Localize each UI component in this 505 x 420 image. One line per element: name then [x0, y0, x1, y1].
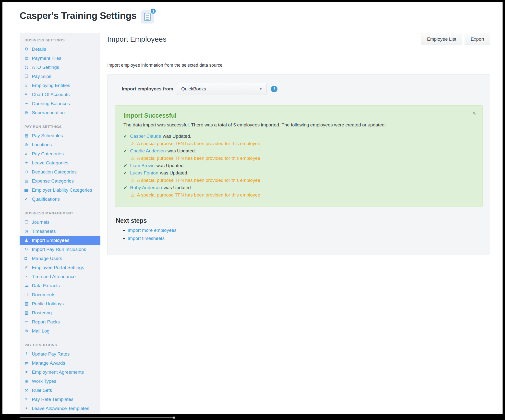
sidebar-item-label: Public Holidays: [32, 301, 64, 307]
import-result-row: ✔Ruby Andersonwas Updated.: [123, 184, 474, 191]
sidebar-item-employer-liability-categories[interactable]: ▅Employer Liability Categories: [20, 185, 100, 195]
import-source-select[interactable]: QuickBooks ▼: [177, 83, 266, 95]
sidebar-item-superannuation[interactable]: ⊕Superannuation: [20, 108, 100, 117]
check-icon: ✔: [24, 197, 32, 202]
sidebar-item-label: Employee Portal Settings: [32, 265, 84, 270]
employee-link[interactable]: Ruby Anderson: [130, 184, 162, 191]
sidebar-item-label: Manage Awards: [32, 360, 65, 366]
import-source-label: Import employees from: [122, 86, 173, 92]
main-header-row: Import Employees Employee List Export: [107, 33, 490, 46]
sidebar-item-ato-settings[interactable]: ⚖ATO Settings: [20, 63, 100, 72]
sidebar-item-expense-categories[interactable]: ▥Expense Categories: [20, 176, 100, 185]
swap-icon: ⇄: [24, 360, 32, 366]
page-header: Casper's Training Settings 1: [2, 2, 503, 24]
sidebar-item-label: Import Employees: [32, 238, 69, 243]
sidebar-item-mail-log[interactable]: ✉Mail Log: [20, 326, 100, 335]
sidebar-item-label: Mail Log: [32, 328, 49, 334]
clock-icon: ◷: [24, 229, 32, 234]
sidebar-item-public-holidays[interactable]: ▦Public Holidays: [20, 299, 100, 308]
intro-text: Import employee information from the sel…: [107, 63, 490, 68]
sidebar-item-chart-of-accounts[interactable]: ≡Chart Of Accounts: [20, 90, 100, 99]
import-result-row: ✔Liam Brownwas Updated.: [123, 162, 474, 169]
warning-text: A special purpose TFN has been provided …: [137, 177, 260, 184]
sidebar-item-payment-files[interactable]: ▤Payment Files: [20, 54, 100, 63]
sidebar-item-journals[interactable]: ❐Journals: [20, 218, 100, 227]
sidebar-item-label: Work Types: [32, 379, 56, 384]
sidebar-item-update-pay-rates[interactable]: ↥Update Pay Rates: [20, 349, 100, 358]
sidebar-item-leave-allowance-templates[interactable]: ✈Leave Allowance Templates: [20, 404, 100, 413]
sidebar-item-employee-portal-settings[interactable]: ✐Employee Portal Settings: [20, 263, 100, 272]
export-button[interactable]: Export: [465, 33, 490, 45]
sidebar-item-documents[interactable]: ❒Documents: [20, 290, 100, 299]
clipped-bottom-fragment: [20, 417, 174, 418]
sidebar-item-opening-balances[interactable]: ❧Opening Balances: [20, 99, 100, 108]
sidebar-item-work-types[interactable]: ▣Work Types: [20, 377, 100, 386]
sidebar-item-label: Expense Categories: [32, 178, 74, 184]
employee-link[interactable]: Lucas Fenton: [130, 169, 158, 176]
sidebar-section-header: BUSINESS SETTINGS: [20, 38, 100, 42]
sidebar-item-import-employees[interactable]: ♟Import Employees: [20, 236, 100, 245]
sidebar-item-label: Data Extracts: [32, 283, 60, 288]
globe-icon: ⊕: [24, 142, 32, 147]
employee-link[interactable]: Charlie Anderson: [130, 147, 166, 154]
save-icon: ▤: [24, 56, 32, 61]
next-steps-heading: Next steps: [116, 217, 483, 224]
watch-icon: ◔: [24, 274, 32, 279]
document-icon: [144, 13, 151, 21]
sidebar-item-pay-slips[interactable]: ❑Pay Slips: [20, 72, 100, 81]
sidebar-item-pay-rate-templates[interactable]: ¤Pay Rate Templates: [20, 395, 100, 404]
gear-icon: ⚙: [24, 47, 32, 52]
info-icon[interactable]: i: [271, 86, 277, 92]
sidebar-item-manage-users[interactable]: ◘Manage Users: [20, 254, 100, 263]
import-results-list: ✔Casper Claudewas Updated.⚠A special pur…: [123, 133, 474, 199]
sidebar-item-deduction-categories[interactable]: ⊖Deduction Categories: [20, 167, 100, 176]
import-result-row: ✔Lucas Fentonwas Updated.: [123, 169, 474, 177]
employee-link[interactable]: Liam Brown: [130, 162, 155, 169]
sidebar-item-timesheets[interactable]: ◷Timesheets: [20, 227, 100, 236]
employee-status: was Updated.: [168, 147, 196, 154]
envelope-icon: ✉: [24, 328, 32, 334]
sidebar-item-leave-categories[interactable]: ✈Leave Categories: [20, 158, 100, 167]
notes-button[interactable]: 1: [141, 10, 154, 24]
sidebar-item-rule-sets[interactable]: ⚒Rule Sets: [20, 386, 100, 395]
import-result-item: ✔Charlie Andersonwas Updated.⚠A special …: [123, 147, 474, 162]
sidebar-item-details[interactable]: ⚙Details: [20, 45, 100, 54]
next-step-item: Import timesheets: [128, 236, 483, 241]
employee-list-button[interactable]: Employee List: [421, 33, 462, 45]
screenshot-frame: Casper's Training Settings 1 BUSINESS SE…: [0, 0, 505, 420]
sidebar-item-label: Documents: [32, 292, 55, 297]
globe-icon: ⊕: [24, 110, 32, 115]
employee-link[interactable]: Casper Claude: [130, 133, 161, 140]
sidebar-item-label: ATO Settings: [32, 65, 59, 70]
bar-chart-icon: ▅: [24, 187, 32, 193]
sidebar-item-label: Pay Slips: [32, 74, 51, 79]
warning-icon: ⚠: [131, 140, 135, 147]
wand-icon: ✐: [24, 265, 32, 270]
sidebar-item-import-pay-run-inclusions[interactable]: ↻Import Pay Run Inclusions: [20, 245, 100, 254]
sidebar-item-label: Employment Agreements: [32, 370, 84, 375]
sidebar-item-pay-schedules[interactable]: ▦Pay Schedules: [20, 131, 100, 140]
sidebar-item-time-and-attendance[interactable]: ◔Time and Attendance: [20, 272, 100, 281]
next-step-link[interactable]: Import more employees: [128, 228, 177, 233]
sidebar-item-qualifications[interactable]: ✔Qualifications: [20, 195, 100, 204]
sidebar-item-locations[interactable]: ⊕Locations: [20, 140, 100, 149]
sidebar-item-pay-categories[interactable]: ¤Pay Categories: [20, 149, 100, 158]
sidebar-item-label: Pay Categories: [32, 151, 64, 157]
money-up-icon: ↥: [24, 351, 32, 357]
sidebar-item-label: Rule Sets: [32, 388, 52, 393]
import-result-row: ✔Casper Claudewas Updated.: [123, 133, 474, 140]
sidebar-item-employing-entities[interactable]: ⌂Employing Entities: [20, 81, 100, 90]
sidebar-item-employment-agreements[interactable]: ★Employment Agreements: [20, 368, 100, 377]
chevron-down-icon: ▼: [259, 87, 262, 91]
warning-icon: ⚠: [131, 192, 135, 199]
sidebar-item-report-packs[interactable]: ▱Report Packs: [20, 317, 100, 326]
file-icon: ❑: [24, 74, 32, 79]
close-icon[interactable]: ×: [472, 110, 476, 117]
cloud-icon: ☁: [24, 283, 32, 288]
sidebar-item-rostering[interactable]: ▦Rostering: [20, 308, 100, 317]
sidebar-item-label: Chart Of Accounts: [32, 92, 70, 97]
next-step-link[interactable]: Import timesheets: [128, 236, 165, 241]
sidebar-item-manage-awards[interactable]: ⇄Manage Awards: [20, 358, 100, 368]
header-buttons: Employee List Export: [419, 33, 490, 45]
sidebar-item-data-extracts[interactable]: ☁Data Extracts: [20, 281, 100, 290]
